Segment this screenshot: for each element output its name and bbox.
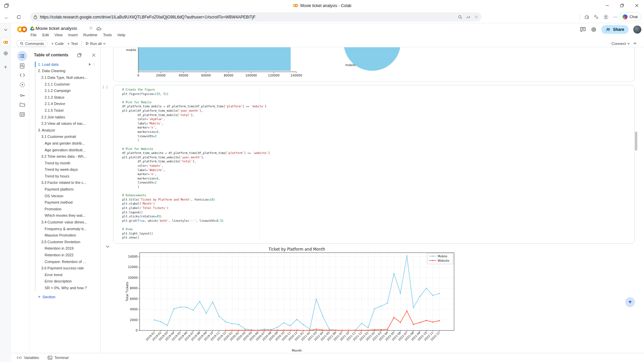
toc-item[interactable]: Error trend bbox=[29, 271, 100, 278]
code-editor[interactable]: # Create the figureplt.figure(figsize=(1… bbox=[122, 88, 631, 240]
variables-button[interactable]: {x} Variables bbox=[16, 356, 39, 360]
open-toc-in-tab-icon[interactable] bbox=[76, 52, 83, 58]
new-tab-icon[interactable]: + bbox=[0, 64, 11, 70]
toc-item[interactable]: Compare: Retention of ... bbox=[29, 258, 100, 265]
more-options-icon[interactable]: ⋯ bbox=[613, 14, 618, 19]
menu-view[interactable]: View bbox=[54, 33, 62, 37]
toc-item[interactable]: Error description bbox=[29, 278, 100, 285]
run-all-button[interactable]: Run all bbox=[86, 42, 106, 46]
toc-item[interactable]: Payment platform bbox=[29, 186, 100, 193]
notebook-title[interactable]: Movie ticket analysis bbox=[36, 26, 77, 31]
terminal-button[interactable]: Terminal bbox=[48, 356, 68, 360]
menu-insert[interactable]: Insert bbox=[68, 33, 78, 37]
toc-item[interactable]: 3.6 Payment success rate bbox=[29, 265, 100, 271]
notebook-scrollbar-thumb[interactable] bbox=[635, 132, 637, 151]
toc-item[interactable]: 1. Load data⋮ bbox=[29, 61, 100, 68]
files-icon[interactable] bbox=[18, 100, 27, 109]
section-more-icon[interactable]: ⋮ bbox=[92, 63, 96, 66]
toc-item[interactable]: 3.5 Customer Rentetion bbox=[29, 239, 100, 245]
menu-runtime[interactable]: Runtime bbox=[83, 33, 97, 37]
toc-item[interactable]: Retention in 2019 bbox=[29, 245, 100, 252]
collections-icon[interactable] bbox=[594, 14, 599, 19]
toc-item-label: 2.3 View all values of eac... bbox=[41, 121, 86, 125]
code-line: plt.figure(figsize=(15, 5)) bbox=[122, 92, 631, 96]
read-aloud-icon[interactable]: A bbox=[466, 15, 471, 19]
toc-item[interactable]: 2.1.4 Device bbox=[29, 101, 100, 107]
toc-item[interactable]: 2.1 Data Type, Null values... bbox=[29, 74, 100, 81]
menu-file[interactable]: File bbox=[31, 33, 37, 37]
toc-item[interactable]: 2.1.5 Ticket bbox=[29, 107, 100, 114]
run-section-icon[interactable] bbox=[89, 63, 91, 66]
extensions-icon[interactable] bbox=[584, 14, 589, 19]
toc-item[interactable]: 2.1.1 Customer bbox=[29, 81, 100, 88]
restore-button[interactable] bbox=[614, 0, 629, 11]
toc-item[interactable]: 3.1 Customer portrait bbox=[29, 134, 100, 140]
toc-item[interactable]: Trend by week-days bbox=[29, 166, 100, 173]
menu-tools[interactable]: Tools bbox=[103, 33, 112, 37]
find-replace-icon[interactable] bbox=[18, 61, 27, 70]
code-line: ) bbox=[122, 185, 631, 189]
settings-tab-icon[interactable] bbox=[0, 51, 11, 56]
toc-item[interactable]: 3.2 Time series data - Wh... bbox=[29, 153, 100, 160]
toc-item[interactable]: Massive Promotion bbox=[29, 232, 100, 239]
add-section-button[interactable]: + Section bbox=[38, 294, 55, 299]
toc-item[interactable]: Which movies they wat... bbox=[29, 212, 100, 219]
back-button[interactable]: ← bbox=[2, 12, 11, 22]
data-table-icon[interactable] bbox=[18, 110, 27, 119]
colab-tab-icon[interactable] bbox=[0, 38, 11, 46]
share-button[interactable]: Share bbox=[601, 25, 629, 34]
search-icon[interactable] bbox=[458, 15, 462, 19]
minimize-button[interactable] bbox=[600, 0, 614, 11]
star-notebook-icon[interactable]: ☆ bbox=[89, 25, 93, 31]
menu-help[interactable]: Help bbox=[117, 33, 125, 37]
url-text: https://colab.research.google.com/drive/… bbox=[40, 15, 455, 19]
gemini-spark-button[interactable] bbox=[626, 297, 635, 306]
secrets-key-icon[interactable] bbox=[18, 91, 27, 100]
toc-item[interactable]: SR = 0%, Why and how ? bbox=[29, 285, 100, 291]
toc-item[interactable]: Frequency & anomaly b... bbox=[29, 225, 100, 232]
menu-edit[interactable]: Edit bbox=[42, 33, 49, 37]
cell-run-indicator[interactable]: [ ] bbox=[102, 86, 108, 89]
settings-gear-icon[interactable] bbox=[591, 27, 597, 33]
table-of-contents-icon[interactable] bbox=[17, 51, 27, 61]
code-cell[interactable]: # Create the figureplt.figure(figsize=(1… bbox=[113, 85, 635, 244]
favorite-star-icon[interactable]: ☆ bbox=[474, 14, 478, 19]
toc-item[interactable]: Promotion bbox=[29, 206, 100, 212]
toc-item[interactable]: 2.1.2 Campaign bbox=[29, 87, 100, 94]
output-collapse-icon[interactable] bbox=[105, 244, 110, 249]
toc-item[interactable]: 2.1.3 Status bbox=[29, 94, 100, 101]
toc-item[interactable]: Age genration distributi... bbox=[29, 147, 100, 153]
collapse-tabs-icon[interactable] bbox=[0, 28, 11, 32]
url-field[interactable]: https://colab.research.google.com/drive/… bbox=[30, 12, 482, 21]
toc-item[interactable]: OS Version bbox=[29, 193, 100, 199]
close-toc-icon[interactable] bbox=[90, 52, 97, 58]
close-button[interactable] bbox=[629, 0, 644, 11]
toc-item[interactable]: 2.3 View all values of eac... bbox=[29, 120, 100, 127]
user-avatar[interactable] bbox=[633, 25, 641, 34]
save-status-cloud-icon[interactable] bbox=[96, 27, 101, 31]
toc-item[interactable]: Trend by hours bbox=[29, 173, 100, 179]
toc-item[interactable]: Trend by month bbox=[29, 160, 100, 166]
toc-item[interactable]: Payment method bbox=[29, 199, 100, 206]
add-code-button[interactable]: +Code bbox=[51, 42, 64, 46]
colab-logo[interactable] bbox=[16, 26, 28, 33]
refresh-button[interactable] bbox=[14, 12, 23, 22]
active-tab[interactable]: Movie ticket analysis - Colab bbox=[0, 0, 644, 11]
collapse-header-icon[interactable] bbox=[633, 42, 637, 45]
toc-item[interactable]: 2. Data Cleaning bbox=[29, 68, 100, 74]
toc-item[interactable]: 3.3 Factor related to the c... bbox=[29, 179, 100, 186]
commands-button[interactable]: Commands bbox=[16, 40, 48, 47]
copilot-chat-button[interactable]: Chat bbox=[619, 12, 641, 21]
toc-item[interactable]: 3.4 Customer value dimes... bbox=[29, 219, 100, 225]
toc-item-label: 1. Load data bbox=[38, 62, 58, 66]
toc-item[interactable]: 2.2 Join tables bbox=[29, 114, 100, 120]
profile-avatar[interactable] bbox=[603, 14, 609, 20]
connect-button[interactable]: Connect bbox=[611, 42, 630, 46]
toc-item[interactable]: 3. Analyze bbox=[29, 127, 100, 134]
code-snippets-icon[interactable] bbox=[18, 71, 27, 80]
add-text-button[interactable]: +Text bbox=[67, 42, 78, 46]
comments-icon[interactable] bbox=[580, 27, 586, 33]
secrets-scan-icon[interactable] bbox=[18, 80, 27, 89]
toc-item[interactable]: Retention in 2022 bbox=[29, 252, 100, 258]
toc-item[interactable]: Age and gender distrib... bbox=[29, 140, 100, 147]
